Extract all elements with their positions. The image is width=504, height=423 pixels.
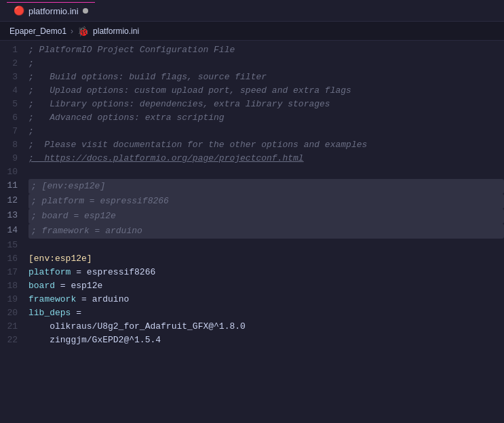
- line-content: zinggjm/GxEPD2@^1.5.4: [28, 334, 504, 347]
- editor-line: 22 zinggjm/GxEPD2@^1.5.4: [0, 334, 504, 347]
- line-number: 22: [0, 334, 28, 347]
- editor-line: 2;: [0, 57, 504, 70]
- breadcrumb: Epaper_Demo1 › 🐞 platformio.ini: [0, 22, 504, 41]
- line-content: olikraus/U8g2_for_Adafruit_GFX@^1.8.0: [28, 320, 504, 334]
- editor-line: 6; Advanced options: extra scripting: [0, 111, 504, 125]
- line-number: 11: [0, 179, 28, 193]
- title-bar: 🔴 platformio.ini: [0, 0, 504, 22]
- editor-line: 14; framework = arduino: [0, 224, 504, 239]
- editor-line: 16[env:esp12e]: [0, 252, 504, 266]
- editor-line: 3; Build options: build flags, source fi…: [0, 70, 504, 84]
- editor-line: 17platform = espressif8266: [0, 266, 504, 279]
- line-number: 8: [0, 138, 28, 152]
- editor-line: 11; [env:esp12e]: [0, 179, 504, 194]
- breadcrumb-file: platformio.ini: [93, 26, 139, 36]
- line-number: 18: [0, 279, 28, 293]
- line-content: ; PlatformIO Project Configuration File: [28, 43, 504, 57]
- editor-line: 18board = esp12e: [0, 279, 504, 293]
- editor-line: 10: [0, 165, 504, 179]
- editor-line: 20lib_deps =: [0, 306, 504, 320]
- editor-line: 13; board = esp12e: [0, 209, 504, 224]
- tab[interactable]: 🔴 platformio.ini: [7, 2, 95, 19]
- line-content: ; Library options: dependencies, extra l…: [28, 98, 504, 111]
- line-content: board = esp12e: [28, 279, 504, 293]
- line-content: ; [env:esp12e]: [28, 179, 504, 194]
- editor-line: 21 olikraus/U8g2_for_Adafruit_GFX@^1.8.0: [0, 320, 504, 334]
- editor-line: 5; Library options: dependencies, extra …: [0, 98, 504, 111]
- breadcrumb-separator: ›: [71, 26, 73, 36]
- line-content: ; Upload options: custom upload port, sp…: [28, 84, 504, 98]
- line-content: ; https://docs.platformio.org/page/proje…: [28, 152, 504, 165]
- line-content: platform = espressif8266: [28, 266, 504, 279]
- line-content: ; board = esp12e: [28, 209, 504, 224]
- line-number: 14: [0, 224, 28, 237]
- line-number: 3: [0, 70, 28, 84]
- line-number: 1: [0, 43, 28, 57]
- line-content: ; Please visit documentation for the oth…: [28, 138, 504, 152]
- line-content: ;: [28, 125, 504, 138]
- line-content: ; Advanced options: extra scripting: [28, 111, 504, 125]
- editor-line: 9; https://docs.platformio.org/page/proj…: [0, 152, 504, 165]
- line-content: framework = arduino: [28, 293, 504, 306]
- line-content: ; framework = arduino: [28, 224, 504, 239]
- editor-line: 12; platform = espressif8266: [0, 194, 504, 209]
- tab-modified-dot: [83, 8, 88, 14]
- line-number: 16: [0, 252, 28, 266]
- editor-line: 7;: [0, 125, 504, 138]
- line-number: 19: [0, 293, 28, 306]
- line-number: 17: [0, 266, 28, 279]
- line-content: [env:esp12e]: [28, 252, 504, 266]
- line-number: 21: [0, 320, 28, 334]
- line-content: lib_deps =: [28, 306, 504, 320]
- editor: 1; PlatformIO Project Configuration File…: [0, 41, 504, 423]
- line-number: 7: [0, 125, 28, 138]
- line-number: 2: [0, 57, 28, 70]
- editor-line: 15: [0, 239, 504, 252]
- line-content: ;: [28, 57, 504, 70]
- line-number: 5: [0, 98, 28, 111]
- breadcrumb-folder: Epaper_Demo1: [9, 26, 66, 36]
- line-number: 20: [0, 306, 28, 320]
- tab-title: platformio.ini: [28, 6, 79, 16]
- editor-line: 19framework = arduino: [0, 293, 504, 306]
- tab-file-icon: 🔴: [14, 5, 24, 16]
- line-number: 15: [0, 239, 28, 252]
- breadcrumb-file-icon: 🐞: [77, 26, 89, 37]
- line-content: ; Build options: build flags, source fil…: [28, 70, 504, 84]
- editor-line: 1; PlatformIO Project Configuration File: [0, 43, 504, 57]
- line-number: 6: [0, 111, 28, 125]
- line-content: ; platform = espressif8266: [28, 194, 504, 209]
- line-number: 12: [0, 194, 28, 207]
- editor-line: 8; Please visit documentation for the ot…: [0, 138, 504, 152]
- editor-line: 4; Upload options: custom upload port, s…: [0, 84, 504, 98]
- line-number: 4: [0, 84, 28, 98]
- line-number: 10: [0, 165, 28, 179]
- line-number: 13: [0, 209, 28, 222]
- line-number: 9: [0, 152, 28, 165]
